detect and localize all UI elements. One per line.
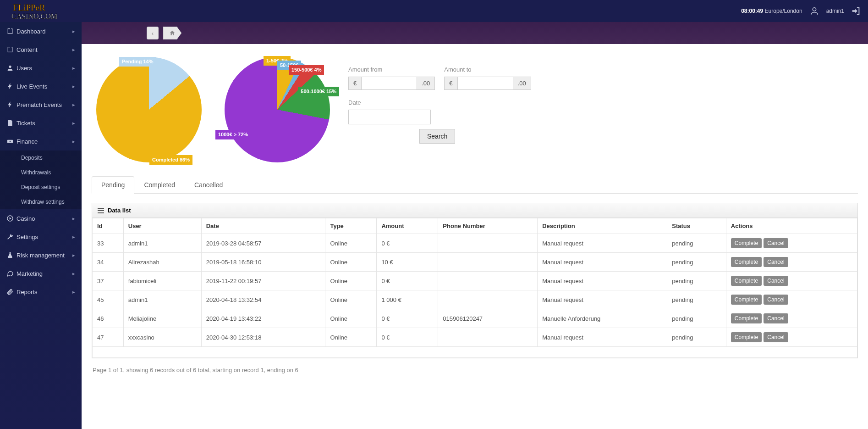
tab-pending[interactable]: Pending: [92, 176, 134, 194]
sidebar-item-casino[interactable]: Casino▸: [0, 209, 82, 228]
col-phone[interactable]: Phone Number: [438, 218, 538, 234]
cell-id: 37: [93, 272, 124, 290]
complete-button[interactable]: Complete: [731, 332, 762, 342]
amount-from-label: Amount from: [348, 66, 435, 73]
home-icon: [169, 30, 176, 36]
sidebar-sub-withdrawals[interactable]: Withdrawals: [0, 165, 82, 180]
sidebar-item-risk-management[interactable]: Risk management▸: [0, 246, 82, 264]
finance-submenu: Deposits Withdrawals Deposit settings Wi…: [0, 150, 82, 209]
sidebar-item-content[interactable]: Content▸: [0, 40, 82, 59]
cancel-button[interactable]: Cancel: [764, 238, 788, 248]
table-row: 34Alirezashah2019-05-18 16:58:10Online10…: [93, 253, 857, 272]
logo[interactable]: FLiPPeR CASINO.COM: [0, 0, 82, 22]
cell-id: 33: [93, 234, 124, 253]
breadcrumb-back[interactable]: ‹: [147, 27, 159, 39]
cell-id: 47: [93, 328, 124, 347]
sidebar-item-label: Reports: [16, 289, 38, 295]
search-button[interactable]: Search: [419, 129, 455, 144]
sidebar-sub-withdraw-settings[interactable]: Withdraw settings: [0, 195, 82, 209]
sidebar-item-reports[interactable]: Reports▸: [0, 283, 82, 301]
cell-date: 2019-03-28 04:58:57: [201, 234, 325, 253]
chevron-right-icon: ▸: [72, 271, 75, 277]
cell-user: admin1: [123, 290, 201, 309]
date-label: Date: [348, 99, 858, 106]
cancel-button[interactable]: Cancel: [764, 332, 788, 342]
pie-slice-label: 1000€ > 72%: [215, 130, 251, 139]
cell-user: fabiomiceli: [123, 272, 201, 290]
cancel-button[interactable]: Cancel: [764, 295, 788, 305]
col-type[interactable]: Type: [325, 218, 377, 234]
cell-phone: [438, 253, 538, 272]
logout-icon[interactable]: [851, 6, 861, 16]
status-pie-chart: Pending 14% Completed 86%: [92, 52, 206, 167]
sidebar-sub-deposits[interactable]: Deposits: [0, 150, 82, 165]
cell-user: admin1: [123, 234, 201, 253]
cancel-button[interactable]: Cancel: [764, 276, 788, 286]
pie-slice-label: Pending 14%: [119, 57, 156, 67]
document-icon: [6, 119, 16, 127]
col-actions: Actions: [726, 218, 857, 234]
cell-type: Online: [325, 272, 377, 290]
cell-actions: CompleteCancel: [726, 328, 857, 347]
col-user[interactable]: User: [123, 218, 201, 234]
sidebar-item-dashboard[interactable]: Dashboard▸: [0, 22, 82, 40]
cell-status: pending: [667, 272, 726, 290]
cell-amount: 0 €: [377, 272, 438, 290]
list-icon: [98, 210, 104, 211]
tab-cancelled[interactable]: Cancelled: [185, 176, 232, 194]
col-status[interactable]: Status: [667, 218, 726, 234]
sidebar-item-settings[interactable]: Settings▸: [0, 228, 82, 246]
sidebar-item-label: Dashboard: [16, 28, 46, 35]
cell-phone: [438, 234, 538, 253]
tab-completed[interactable]: Completed: [134, 176, 185, 194]
col-id[interactable]: Id: [93, 218, 124, 234]
sidebar-item-label: Settings: [16, 234, 38, 240]
sidebar-item-tickets[interactable]: Tickets▸: [0, 114, 82, 132]
complete-button[interactable]: Complete: [731, 313, 762, 323]
currency-prefix: €: [348, 77, 362, 90]
username[interactable]: admin1: [826, 8, 844, 14]
sidebar-item-marketing[interactable]: Marketing▸: [0, 264, 82, 283]
cell-amount: 0 €: [377, 328, 438, 347]
cell-phone: [438, 272, 538, 290]
col-date[interactable]: Date: [201, 218, 325, 234]
cell-date: 2020-04-30 12:53:18: [201, 328, 325, 347]
currency-prefix: €: [444, 77, 457, 90]
sidebar-item-prematch-events[interactable]: Prematch Events▸: [0, 95, 82, 114]
cancel-button[interactable]: Cancel: [764, 257, 788, 267]
cell-status: pending: [667, 290, 726, 309]
user-icon[interactable]: [809, 6, 819, 16]
cancel-button[interactable]: Cancel: [764, 313, 788, 323]
cell-phone: [438, 290, 538, 309]
table-row: 37fabiomiceli2019-11-22 00:19:57Online0 …: [93, 272, 857, 290]
cell-amount: 0 €: [377, 234, 438, 253]
clip-icon: [6, 288, 16, 295]
col-amount[interactable]: Amount: [377, 218, 438, 234]
cell-phone: [438, 328, 538, 347]
date-input[interactable]: [348, 110, 431, 124]
amount-to-input[interactable]: [458, 77, 513, 90]
sidebar-sub-deposit-settings[interactable]: Deposit settings: [0, 180, 82, 195]
cell-status: pending: [667, 253, 726, 272]
cell-actions: CompleteCancel: [726, 272, 857, 290]
col-description[interactable]: Description: [538, 218, 667, 234]
sidebar-item-finance[interactable]: Finance▸: [0, 132, 82, 150]
complete-button[interactable]: Complete: [731, 238, 762, 248]
pie-slice-label: 500-1000€ 15%: [298, 87, 339, 96]
sidebar-item-live-events[interactable]: Live Events▸: [0, 77, 82, 95]
chevron-right-icon: ▸: [72, 252, 75, 258]
breadcrumb-home[interactable]: [163, 27, 181, 39]
table-row: 45admin12020-04-18 13:32:54Online1 000 €…: [93, 290, 857, 309]
complete-button[interactable]: Complete: [731, 257, 762, 267]
svg-point-5: [10, 141, 11, 142]
complete-button[interactable]: Complete: [731, 295, 762, 305]
chevron-right-icon: ▸: [72, 102, 75, 108]
cell-user: xxxcasino: [123, 328, 201, 347]
complete-button[interactable]: Complete: [731, 276, 762, 286]
cell-desc: Manuelle Anforderung: [538, 309, 667, 328]
sidebar-item-users[interactable]: Users▸: [0, 59, 82, 77]
wrench-icon: [6, 233, 16, 240]
cell-actions: CompleteCancel: [726, 234, 857, 253]
amount-from-input[interactable]: [362, 77, 417, 90]
table-row: 46Meliajoline2020-04-19 13:43:22Online0 …: [93, 309, 857, 328]
